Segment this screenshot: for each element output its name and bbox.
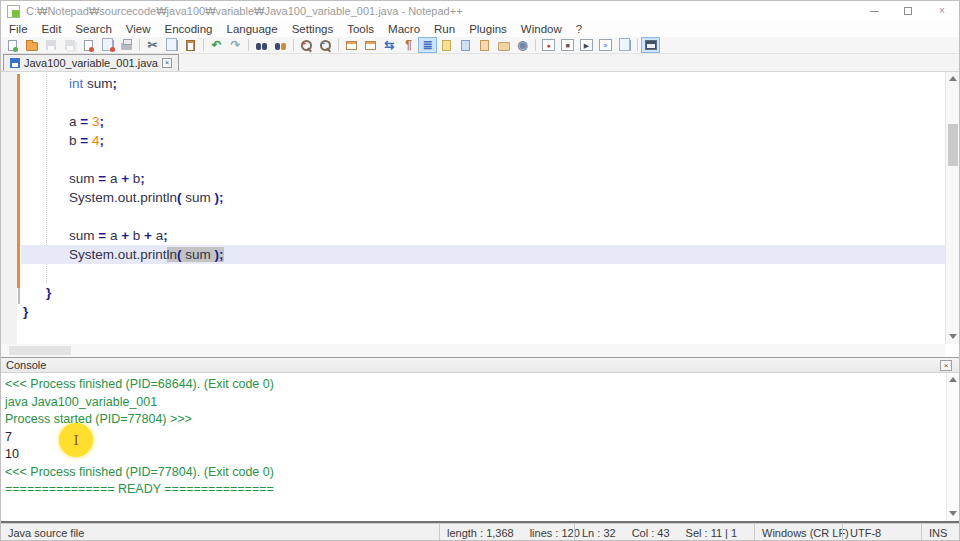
- badge-glyph: »: [604, 42, 608, 49]
- tab-Java100_variable_001.java[interactable]: Java100_variable_001.java×: [3, 54, 179, 71]
- status-insert-mode[interactable]: INS: [921, 524, 947, 541]
- scroll-up-icon[interactable]: [949, 76, 957, 81]
- editor-hscroll-thumb[interactable]: [9, 346, 71, 355]
- word-wrap-button[interactable]: ⇆: [380, 37, 399, 53]
- menu-run[interactable]: Run: [427, 21, 462, 37]
- show-all-chars-button[interactable]: ¶: [399, 37, 418, 53]
- macro-save-button[interactable]: [615, 37, 634, 53]
- menu-file[interactable]: File: [2, 21, 35, 37]
- menu-view[interactable]: View: [119, 21, 158, 37]
- zoom-out-button[interactable]: −: [316, 37, 335, 53]
- minimize-icon: [870, 11, 879, 12]
- function-list-button[interactable]: [437, 37, 456, 53]
- console-vertical-scrollbar[interactable]: [946, 373, 959, 521]
- encoding-label: UTF-8: [850, 527, 881, 539]
- macro-play-button[interactable]: ▶: [577, 37, 596, 53]
- sync-vertical-scroll-button[interactable]: [342, 37, 361, 53]
- eol-label: Windows (CR LF): [762, 527, 849, 539]
- code-token: }: [46, 285, 51, 300]
- code-token: =: [80, 133, 88, 148]
- menu-encoding[interactable]: Encoding: [158, 21, 220, 37]
- find-button[interactable]: [252, 37, 271, 53]
- document-list-button[interactable]: [475, 37, 494, 53]
- document-map-button[interactable]: [456, 37, 475, 53]
- lines-label: lines : 120: [530, 527, 580, 539]
- close-button[interactable]: [79, 37, 98, 53]
- replace-button[interactable]: [271, 37, 290, 53]
- maximize-button[interactable]: [891, 1, 925, 21]
- status-cursor-position: Ln : 32 Col : 43 Sel : 11 | 1: [574, 524, 754, 541]
- console-line: =============== READY ===============: [5, 481, 943, 499]
- redo-button[interactable]: ↷: [226, 37, 245, 53]
- macro-record-button[interactable]: ●: [539, 37, 558, 53]
- menu-language[interactable]: Language: [219, 21, 284, 37]
- menu-window[interactable]: Window: [514, 21, 569, 37]
- toolbar-separator: [203, 39, 204, 51]
- code-token: a: [106, 228, 121, 243]
- copy-button[interactable]: [162, 37, 181, 53]
- status-eol-format[interactable]: Windows (CR LF): [754, 524, 842, 541]
- editor-horizontal-scrollbar[interactable]: [1, 344, 945, 357]
- resize-grip[interactable]: [947, 524, 959, 541]
- notepadpp-window: C:₩Notepad₩sourcecode₩java100₩variable₩J…: [0, 0, 960, 541]
- folder-as-workspace-button[interactable]: [494, 37, 513, 53]
- cut-button[interactable]: ✂: [143, 37, 162, 53]
- scroll-down-icon[interactable]: [949, 334, 957, 339]
- undo-icon: ↶: [211, 39, 221, 51]
- current-code-line: System.out.println( sum );: [21, 245, 945, 264]
- badge-glyph: +: [302, 40, 306, 47]
- code-token: System.out.println: [69, 190, 177, 205]
- indent-guide-button[interactable]: ≣: [418, 37, 437, 53]
- menubar: FileEditSearchViewEncodingLanguageSettin…: [1, 21, 959, 37]
- scroll-up-icon[interactable]: [949, 377, 957, 382]
- close-all-button[interactable]: [98, 37, 117, 53]
- code-line: int sum;: [21, 74, 945, 93]
- tab-close-icon[interactable]: ×: [162, 58, 172, 68]
- toolbar-separator: [248, 39, 249, 51]
- menu-settings[interactable]: Settings: [285, 21, 341, 37]
- code-line: b = 4;: [21, 131, 945, 150]
- macro-run-multiple-button[interactable]: »: [596, 37, 615, 53]
- print-button[interactable]: [117, 37, 136, 53]
- find-icon: [256, 43, 267, 50]
- menu-plugins[interactable]: Plugins: [462, 21, 514, 37]
- menu-help[interactable]: ?: [569, 21, 589, 37]
- zoom-in-button[interactable]: +: [297, 37, 316, 53]
- macro-stop-icon: ■: [561, 39, 574, 51]
- code-line: sum = a + b;: [21, 169, 945, 188]
- console-output[interactable]: I <<< Process finished (PID=68644). (Exi…: [1, 373, 959, 521]
- code-token: +: [121, 171, 129, 186]
- undo-button[interactable]: ↶: [207, 37, 226, 53]
- console-panel-header[interactable]: Console ×: [1, 357, 959, 373]
- code-editor[interactable]: int sum;a = 3;b = 4;sum = a + b;System.o…: [1, 72, 959, 357]
- new-file-button[interactable]: [3, 37, 22, 53]
- menu-tools[interactable]: Tools: [340, 21, 381, 37]
- selected-text: );: [215, 247, 224, 262]
- menu-search[interactable]: Search: [68, 21, 118, 37]
- tab-label: Java100_variable_001.java: [24, 57, 158, 69]
- macro-stop-button[interactable]: ■: [558, 37, 577, 53]
- fold-line: [18, 288, 20, 304]
- scroll-down-icon[interactable]: [949, 511, 957, 516]
- menu-edit[interactable]: Edit: [35, 21, 69, 37]
- save-all-button[interactable]: [60, 37, 79, 53]
- window-title: C:₩Notepad₩sourcecode₩java100₩variable₩J…: [26, 5, 463, 17]
- editor-vertical-scrollbar[interactable]: [945, 72, 959, 344]
- title-bar[interactable]: C:₩Notepad₩sourcecode₩java100₩variable₩J…: [1, 1, 959, 21]
- sync-horizontal-scroll-button[interactable]: [361, 37, 380, 53]
- code-token: =: [98, 228, 106, 243]
- editor-vscroll-thumb[interactable]: [948, 124, 958, 166]
- save-button[interactable]: [41, 37, 60, 53]
- code-text-area[interactable]: int sum;a = 3;b = 4;sum = a + b;System.o…: [21, 74, 945, 321]
- minimize-button[interactable]: [857, 1, 891, 21]
- show-console-button[interactable]: [641, 37, 660, 53]
- code-line: }: [21, 283, 945, 302]
- menu-macro[interactable]: Macro: [381, 21, 427, 37]
- open-file-button[interactable]: [22, 37, 41, 53]
- status-encoding[interactable]: UTF-8: [842, 524, 921, 541]
- paste-button[interactable]: [181, 37, 200, 53]
- status-doc-type: Java source file: [1, 524, 439, 541]
- monitoring-button[interactable]: ◉: [513, 37, 532, 53]
- close-window-button[interactable]: ×: [925, 1, 959, 21]
- console-close-button[interactable]: ×: [940, 360, 952, 371]
